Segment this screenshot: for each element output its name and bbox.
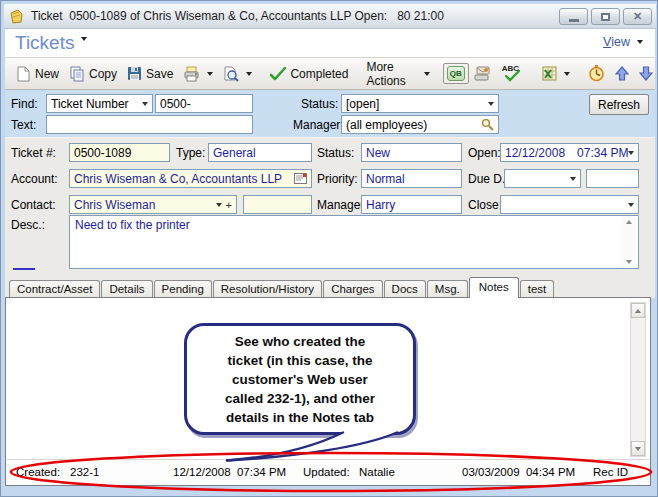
contact-label: Contact: — [11, 198, 56, 212]
print-caret-icon[interactable] — [207, 72, 213, 76]
filter-bar: Find: Ticket Number 0500- Status: [open]… — [5, 90, 655, 137]
annotation-callout: See who created the ticket (in this case… — [184, 323, 416, 435]
text-input[interactable] — [46, 115, 253, 134]
tab-msg[interactable]: Msg. — [427, 280, 468, 298]
module-header: Tickets View — [5, 29, 655, 57]
view-caret-icon[interactable] — [637, 40, 643, 44]
completed-check-icon — [270, 67, 286, 81]
quickbooks-link-button[interactable]: QB — [443, 63, 469, 84]
previous-record-button[interactable] — [610, 63, 634, 84]
tab-test[interactable]: test — [520, 280, 555, 298]
description-textarea[interactable]: Need to fix the printer — [69, 215, 639, 269]
copy-icon — [69, 66, 85, 82]
module-menu-caret-icon[interactable] — [81, 37, 87, 41]
preview-caret-icon[interactable] — [246, 72, 252, 76]
account-note-icon[interactable] — [294, 173, 307, 184]
add-contact-icon[interactable]: + — [226, 199, 232, 211]
recid-label: Rec ID — [593, 466, 628, 478]
close-label: Close: — [468, 198, 502, 212]
open-caret-icon — [628, 151, 634, 155]
scroll-down-icon — [635, 447, 641, 451]
restore-button[interactable] — [591, 8, 620, 25]
more-actions-caret-icon — [424, 72, 430, 76]
scrollbar-down-button[interactable] — [631, 441, 645, 456]
down-arrow-icon — [639, 66, 653, 81]
callout-line: customer's Web user — [232, 370, 368, 389]
tab-details[interactable]: Details — [101, 280, 152, 298]
tab-label: test — [528, 283, 547, 295]
filter-status-value: [open] — [346, 97, 379, 111]
contact-dropdown[interactable]: Chris Wiseman + — [69, 195, 237, 214]
tab-pending[interactable]: Pending — [154, 280, 212, 298]
tab-resolution-history[interactable]: Resolution/History — [213, 280, 322, 298]
scrollbar-up-button[interactable] — [631, 303, 645, 318]
save-button[interactable]: Save — [122, 63, 178, 84]
priority-field[interactable]: Normal — [361, 169, 462, 188]
notes-scrollbar[interactable] — [630, 302, 646, 457]
printer-icon — [183, 66, 200, 82]
find-by-dropdown[interactable]: Ticket Number — [46, 94, 153, 113]
contact-value: Chris Wiseman — [74, 198, 155, 212]
filter-manager-input[interactable]: (all employees) — [341, 115, 499, 134]
email-button[interactable] — [469, 63, 497, 84]
more-actions-label: More Actions — [366, 60, 405, 88]
close-caret-icon — [628, 203, 634, 207]
view-menu[interactable]: View — [603, 35, 630, 49]
close-button[interactable]: ✕ — [623, 8, 652, 25]
tab-strip: Contract/Asset Details Pending Resolutio… — [5, 277, 655, 298]
tab-charges[interactable]: Charges — [323, 280, 382, 298]
close-date-dropdown[interactable] — [500, 195, 639, 214]
scroll-down-icon[interactable] — [626, 260, 632, 264]
status-field[interactable]: New — [361, 143, 462, 162]
due-time-field[interactable] — [586, 169, 639, 188]
open-date-field[interactable]: 12/12/2008 07:34 PM — [500, 143, 639, 162]
timer-button[interactable] — [583, 62, 610, 85]
copy-label: Copy — [89, 67, 117, 81]
minimize-button[interactable] — [559, 8, 588, 25]
filter-manager-label: Manager: — [293, 118, 344, 132]
copy-button[interactable]: Copy — [64, 63, 122, 85]
account-field[interactable]: Chris Wiseman & Co, Accountants LLP — [69, 169, 312, 188]
description-scrollbar[interactable] — [621, 217, 637, 267]
module-title[interactable]: Tickets — [15, 32, 74, 54]
tab-label: Docs — [392, 283, 418, 295]
minimize-icon — [569, 19, 579, 22]
splitter-handle[interactable] — [13, 268, 35, 270]
completed-button[interactable]: Completed — [265, 64, 353, 84]
tab-label: Msg. — [435, 283, 460, 295]
due-date-label: Due D. — [468, 172, 505, 186]
print-button[interactable] — [178, 63, 218, 85]
find-value-input[interactable]: 0500- — [155, 94, 253, 113]
more-actions-button[interactable]: More Actions — [361, 57, 434, 91]
spellcheck-button[interactable]: ABC — [497, 62, 529, 86]
tab-docs[interactable]: Docs — [384, 280, 426, 298]
due-caret-icon — [570, 177, 576, 181]
ticket-number-field[interactable]: 0500-1089 — [69, 143, 170, 162]
due-date-dropdown[interactable] — [504, 169, 581, 188]
tab-contract-asset[interactable]: Contract/Asset — [9, 280, 100, 298]
tab-label: Pending — [162, 283, 204, 295]
manager-field[interactable]: Harry — [361, 195, 462, 214]
filter-status-dropdown[interactable]: [open] — [341, 94, 499, 113]
print-preview-button[interactable] — [218, 63, 257, 85]
tab-notes[interactable]: Notes — [469, 277, 519, 298]
tab-label: Notes — [479, 281, 509, 293]
next-record-button[interactable] — [634, 63, 658, 84]
quickbooks-icon: QB — [447, 66, 465, 81]
account-value: Chris Wiseman & Co, Accountants LLP — [74, 172, 282, 186]
search-icon[interactable] — [481, 118, 494, 131]
ticket-number-value: 0500-1089 — [74, 146, 131, 160]
callout-line: called 232-1), and other — [225, 389, 375, 408]
refresh-button[interactable]: Refresh — [589, 94, 649, 115]
scroll-up-icon[interactable] — [626, 220, 632, 224]
contact-caret-icon — [216, 203, 222, 207]
new-button[interactable]: New — [11, 63, 64, 85]
close-icon: ✕ — [633, 11, 642, 22]
new-label: New — [35, 67, 59, 81]
export-excel-button[interactable] — [537, 63, 575, 84]
type-field[interactable]: General — [208, 143, 312, 162]
restore-icon — [601, 13, 610, 21]
record-status-bar: Created: 232-1 12/12/2008 07:34 PM Updat… — [7, 459, 649, 484]
tab-label: Resolution/History — [221, 283, 314, 295]
contact-extra-field[interactable] — [243, 195, 312, 214]
